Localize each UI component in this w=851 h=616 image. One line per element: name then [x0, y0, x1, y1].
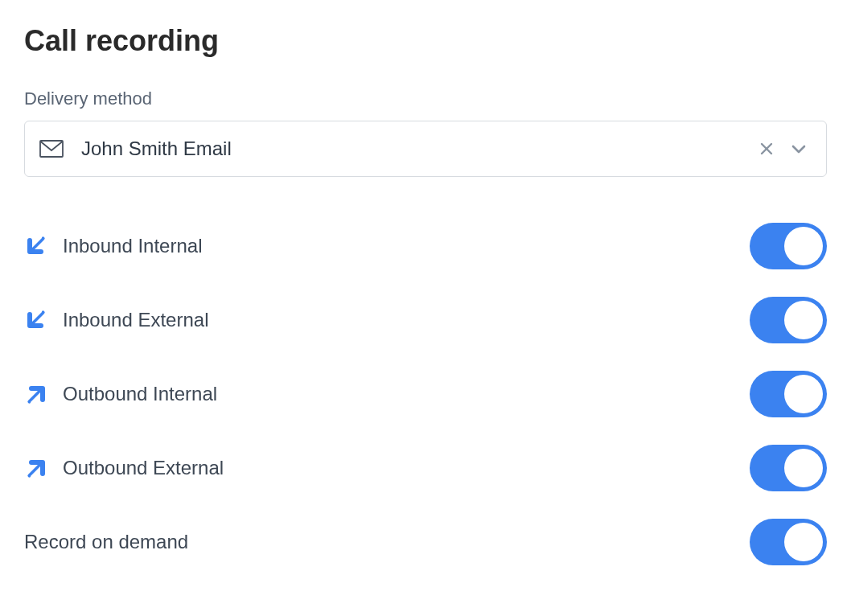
chevron-down-icon[interactable] — [786, 138, 812, 159]
toggle-outbound-internal[interactable] — [750, 371, 827, 417]
envelope-icon — [39, 140, 64, 158]
settings-list: Inbound Internal Inbound External Outbou… — [24, 209, 827, 579]
setting-inbound-internal: Inbound Internal — [24, 209, 827, 283]
setting-label: Outbound External — [63, 457, 750, 479]
arrow-outbound-icon — [24, 456, 63, 480]
arrow-outbound-icon — [24, 382, 63, 406]
setting-label: Inbound Internal — [63, 235, 750, 257]
delivery-method-select[interactable]: John Smith Email — [24, 121, 827, 177]
setting-outbound-external: Outbound External — [24, 431, 827, 505]
setting-label: Outbound Internal — [63, 383, 750, 405]
setting-record-on-demand: Record on demand — [24, 505, 827, 579]
toggle-outbound-external[interactable] — [750, 445, 827, 491]
arrow-inbound-icon — [24, 234, 63, 258]
setting-label: Inbound External — [63, 309, 750, 331]
arrow-inbound-icon — [24, 308, 63, 332]
setting-label: Record on demand — [24, 531, 750, 553]
delivery-method-value: John Smith Email — [81, 138, 755, 160]
toggle-inbound-internal[interactable] — [750, 223, 827, 269]
setting-outbound-internal: Outbound Internal — [24, 357, 827, 431]
page-title: Call recording — [24, 24, 827, 58]
setting-inbound-external: Inbound External — [24, 283, 827, 357]
clear-icon[interactable] — [755, 138, 778, 160]
toggle-inbound-external[interactable] — [750, 297, 827, 343]
delivery-method-label: Delivery method — [24, 88, 827, 109]
toggle-record-on-demand[interactable] — [750, 519, 827, 565]
